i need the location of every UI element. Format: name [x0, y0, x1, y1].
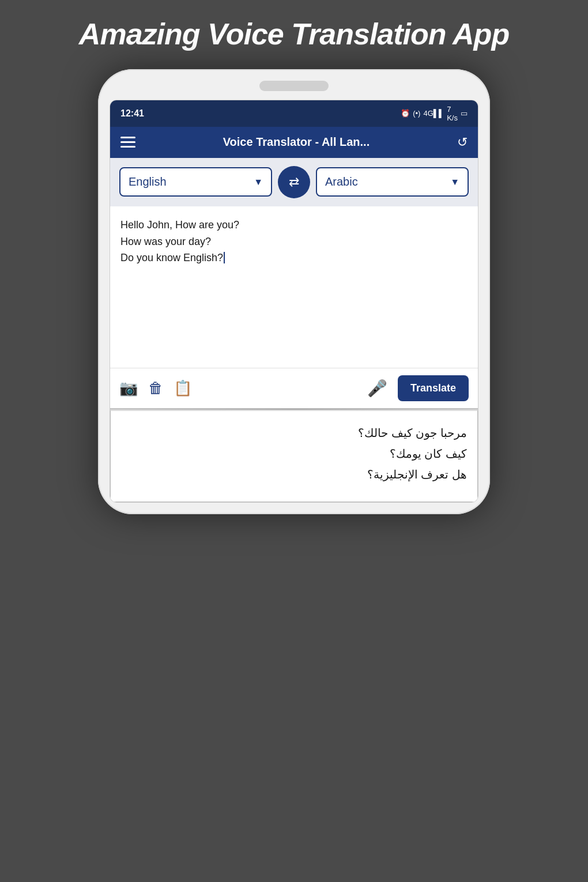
page-title: Amazing Voice Translation App [79, 17, 509, 52]
microphone-button[interactable]: 🎤 [367, 379, 387, 398]
target-language-label: Arabic [325, 175, 358, 189]
input-line-2: How was your day? [120, 233, 468, 250]
signal-icon: 4G▌▌ [423, 109, 444, 118]
hamburger-menu-icon[interactable] [120, 137, 135, 148]
target-language-dropdown[interactable]: Arabic ▼ [316, 167, 469, 197]
wifi-icon: (•) [413, 109, 420, 118]
status-icons: ⏰ (•) 4G▌▌ 7K/s ▭ [401, 105, 468, 122]
output-line-3: هل تعرف الإنجليزية؟ [121, 464, 467, 485]
camera-button[interactable]: 📷 [119, 379, 138, 397]
copy-button[interactable]: 📋 [174, 379, 192, 397]
output-text: مرحبا جون كيف حالك؟ كيف كان يومك؟ هل تعر… [121, 423, 467, 485]
swap-languages-button[interactable]: ⇄ [278, 166, 310, 198]
delete-button[interactable]: 🗑 [148, 379, 163, 397]
status-time: 12:41 [120, 108, 144, 119]
text-cursor [224, 252, 225, 263]
phone-shell: 12:41 ⏰ (•) 4G▌▌ 7K/s ▭ Voice Translator… [98, 69, 490, 514]
source-language-chevron-icon: ▼ [254, 177, 263, 187]
battery-icon: ▭ [461, 109, 468, 118]
source-language-label: English [129, 175, 167, 189]
input-line-1: Hello John, How are you? [120, 217, 468, 233]
text-input-box[interactable]: Hello John, How are you? How was your da… [110, 206, 478, 368]
network-speed: 7K/s [447, 105, 458, 122]
input-toolbar: 📷 🗑 📋 🎤 Translate [110, 368, 478, 408]
language-selector-area: English ▼ ⇄ Arabic ▼ [110, 158, 478, 206]
output-line-1: مرحبا جون كيف حالك؟ [121, 423, 467, 443]
input-text: Hello John, How are you? How was your da… [120, 217, 468, 266]
translate-button[interactable]: Translate [398, 375, 469, 401]
output-line-2: كيف كان يومك؟ [121, 443, 467, 464]
swap-icon: ⇄ [289, 175, 299, 190]
app-bar: Voice Translator - All Lan... ↺ [110, 127, 478, 158]
target-language-chevron-icon: ▼ [450, 177, 459, 187]
input-area: Hello John, How are you? How was your da… [110, 206, 478, 409]
input-line-3: Do you know English? [120, 250, 468, 266]
history-icon[interactable]: ↺ [457, 135, 468, 150]
phone-screen: 12:41 ⏰ (•) 4G▌▌ 7K/s ▭ Voice Translator… [110, 100, 478, 503]
output-area: مرحبا جون كيف حالك؟ كيف كان يومك؟ هل تعر… [110, 410, 478, 502]
status-bar: 12:41 ⏰ (•) 4G▌▌ 7K/s ▭ [110, 100, 478, 127]
app-bar-title: Voice Translator - All Lan... [223, 135, 370, 149]
alarm-icon: ⏰ [401, 109, 410, 118]
source-language-dropdown[interactable]: English ▼ [119, 167, 272, 197]
